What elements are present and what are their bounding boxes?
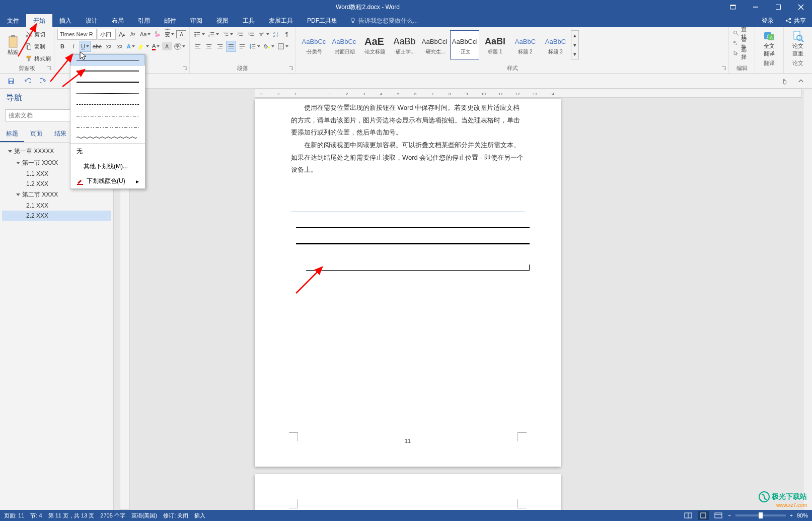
bold-button[interactable]: B: [57, 41, 67, 52]
underline-style-dot-dot-dash[interactable]: [70, 121, 145, 132]
decrease-indent-button[interactable]: [235, 29, 245, 40]
view-print-layout-button[interactable]: [698, 511, 709, 520]
font-size-combo[interactable]: 小四: [98, 29, 116, 40]
underline-style-dotted[interactable]: [70, 88, 145, 99]
nav-item-sec2[interactable]: 第二节 XXXX: [2, 189, 111, 201]
grow-font-button[interactable]: A▴: [117, 29, 127, 40]
status-page-of[interactable]: 第 11 页，共 13 页: [48, 512, 95, 519]
highlight-button[interactable]: [137, 41, 150, 52]
sort-button[interactable]: AZ: [271, 29, 281, 40]
status-language[interactable]: 英语(美国): [131, 512, 157, 519]
status-word-count[interactable]: 2705 个字: [100, 512, 125, 519]
tell-me-box[interactable]: 告诉我您想要做什么...: [344, 14, 758, 27]
style-item-7[interactable]: AaBbC标题 2: [510, 30, 540, 59]
borders-button[interactable]: [276, 41, 289, 52]
styles-scroll[interactable]: ▴ ▾ ▾: [571, 30, 579, 59]
nav-tab-pages[interactable]: 页面: [24, 126, 48, 142]
tab-devtools[interactable]: 发展工具: [262, 14, 300, 27]
save-button[interactable]: [5, 75, 17, 87]
plagiarism-check-button[interactable]: 论文 查重: [787, 28, 809, 59]
tab-view[interactable]: 视图: [209, 14, 236, 27]
underline-color[interactable]: 下划线颜色(U) ▸: [70, 174, 145, 188]
clipboard-launcher[interactable]: [47, 66, 53, 72]
tab-mailings[interactable]: 邮件: [157, 14, 183, 27]
copy-button[interactable]: 复制: [25, 41, 51, 51]
nav-tab-results[interactable]: 结果: [48, 126, 72, 142]
style-item-4[interactable]: AaBbCcI·研究生...: [420, 30, 449, 59]
bullets-button[interactable]: [193, 29, 206, 40]
style-item-3[interactable]: AaBb·硕士学...: [390, 30, 419, 59]
login-button[interactable]: 登录: [758, 17, 778, 25]
superscript-button[interactable]: x2: [115, 41, 125, 52]
document-page-2[interactable]: [255, 474, 561, 510]
styles-scroll-down[interactable]: ▾: [571, 40, 578, 50]
strikethrough-button[interactable]: abc: [92, 41, 103, 52]
redo-button[interactable]: [37, 75, 49, 87]
underline-more[interactable]: 其他下划线(M)...: [70, 159, 145, 174]
shading-button[interactable]: [262, 41, 275, 52]
underline-style-dashed[interactable]: [70, 99, 145, 110]
styles-expand[interactable]: ▾: [571, 49, 578, 59]
tab-pdftools[interactable]: PDF工具集: [300, 14, 344, 27]
tab-home[interactable]: 开始: [26, 14, 52, 27]
italic-button[interactable]: I: [68, 41, 79, 52]
minimize-button[interactable]: [744, 0, 767, 14]
underline-style-wave[interactable]: [70, 132, 145, 143]
style-item-5[interactable]: AaBbCcI·正文: [450, 30, 479, 59]
justify-button[interactable]: [226, 41, 236, 52]
view-read-mode-button[interactable]: [683, 511, 694, 520]
translate-button[interactable]: 文A 全文 翻译: [758, 28, 780, 59]
document-page-1[interactable]: 缩进使用在需要位置出现的新按钮在 Word 中保存时间。若要更改图片适应文档的方…: [255, 99, 561, 467]
styles-scroll-up[interactable]: ▴: [571, 31, 578, 40]
align-left-button[interactable]: [193, 41, 203, 52]
status-page[interactable]: 页面: 11: [4, 512, 24, 519]
asian-layout-button[interactable]: 文: [257, 29, 270, 40]
zoom-out-button[interactable]: −: [728, 512, 731, 518]
format-painter-button[interactable]: 格式刷: [25, 53, 51, 63]
underline-style-dot-dash[interactable]: [70, 110, 145, 121]
underline-style-double[interactable]: [70, 66, 145, 77]
collapse-ribbon-button[interactable]: [795, 75, 807, 87]
view-web-layout-button[interactable]: [713, 511, 724, 520]
horizontal-ruler[interactable]: 321 1234567891011121314: [255, 89, 802, 98]
distribute-button[interactable]: [237, 41, 247, 52]
zoom-percent[interactable]: 90%: [797, 512, 808, 518]
vertical-scrollbar[interactable]: [804, 89, 812, 510]
increase-indent-button[interactable]: [246, 29, 256, 40]
status-section[interactable]: 节: 4: [30, 512, 42, 519]
phonetic-guide-button[interactable]: 变wén: [164, 29, 175, 40]
zoom-thumb[interactable]: [759, 512, 763, 518]
tab-design[interactable]: 设计: [79, 14, 105, 27]
style-item-1[interactable]: AaBbCc·封面日期: [329, 30, 358, 59]
tab-layout[interactable]: 布局: [105, 14, 131, 27]
share-button[interactable]: 共享: [781, 17, 810, 25]
multilevel-list-button[interactable]: [221, 29, 234, 40]
change-case-button[interactable]: Aa: [139, 29, 152, 40]
style-item-8[interactable]: AaBbC标题 3: [541, 30, 570, 59]
style-item-6[interactable]: AaBl标题 1: [480, 30, 509, 59]
undo-button[interactable]: [21, 75, 33, 87]
underline-style-thick[interactable]: [70, 77, 145, 88]
zoom-slider[interactable]: [735, 514, 786, 516]
shrink-font-button[interactable]: A▾: [128, 29, 138, 40]
enclose-characters-button[interactable]: 字: [173, 41, 186, 52]
tab-review[interactable]: 审阅: [183, 14, 209, 27]
align-center-button[interactable]: [204, 41, 214, 52]
character-border-button[interactable]: A: [176, 30, 186, 38]
tab-references[interactable]: 引用: [131, 14, 157, 27]
font-name-combo[interactable]: Times New R: [57, 29, 97, 40]
status-track-changes[interactable]: 修订: 关闭: [163, 512, 188, 519]
cut-button[interactable]: 剪切: [25, 29, 51, 39]
nav-item-2-1[interactable]: 2.1 XXX: [2, 201, 111, 211]
nav-item-2-2[interactable]: 2.2 XXX: [2, 211, 111, 221]
align-right-button[interactable]: [215, 41, 225, 52]
subscript-button[interactable]: x2: [104, 41, 114, 52]
style-item-2[interactable]: AaE·论文标题: [359, 30, 389, 59]
style-item-0[interactable]: AaBbCc·分类号: [299, 30, 328, 59]
numbering-button[interactable]: 123: [207, 29, 220, 40]
close-button[interactable]: [789, 0, 812, 14]
tab-insert[interactable]: 插入: [52, 14, 79, 27]
paste-button[interactable]: 粘贴: [3, 28, 23, 61]
underline-none[interactable]: 无: [70, 144, 145, 159]
tab-tools[interactable]: 工具: [236, 14, 262, 27]
